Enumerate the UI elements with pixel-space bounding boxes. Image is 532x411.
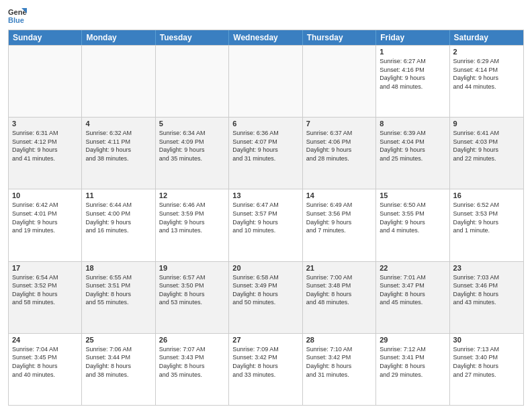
calendar-body: 1Sunrise: 6:27 AM Sunset: 4:16 PM Daylig… (9, 45, 523, 405)
calendar-header-cell: Monday (82, 30, 155, 45)
page: General Blue SundayMondayTuesdayWednesda… (0, 0, 532, 411)
calendar-header-cell: Thursday (303, 30, 376, 45)
day-number: 24 (12, 336, 78, 344)
day-info: Sunrise: 7:00 AM Sunset: 3:48 PM Dayligh… (306, 273, 372, 307)
calendar-cell: 6Sunrise: 6:36 AM Sunset: 4:07 PM Daylig… (229, 118, 302, 189)
day-number: 19 (159, 264, 225, 272)
day-info: Sunrise: 6:52 AM Sunset: 3:53 PM Dayligh… (453, 201, 520, 234)
day-number: 3 (12, 120, 78, 128)
calendar-cell: 30Sunrise: 7:13 AM Sunset: 3:40 PM Dayli… (450, 334, 523, 405)
day-info: Sunrise: 6:29 AM Sunset: 4:14 PM Dayligh… (453, 57, 520, 91)
calendar-cell: 20Sunrise: 6:58 AM Sunset: 3:49 PM Dayli… (229, 262, 302, 333)
calendar-cell: 28Sunrise: 7:10 AM Sunset: 3:42 PM Dayli… (303, 334, 376, 405)
day-info: Sunrise: 7:10 AM Sunset: 3:42 PM Dayligh… (306, 345, 372, 379)
calendar-cell (156, 46, 229, 117)
calendar-cell: 27Sunrise: 7:09 AM Sunset: 3:42 PM Dayli… (229, 334, 302, 405)
day-info: Sunrise: 6:57 AM Sunset: 3:50 PM Dayligh… (159, 273, 225, 307)
logo: General Blue (8, 7, 27, 26)
day-number: 1 (380, 48, 445, 56)
day-info: Sunrise: 6:34 AM Sunset: 4:09 PM Dayligh… (159, 129, 225, 163)
day-info: Sunrise: 7:13 AM Sunset: 3:40 PM Dayligh… (453, 345, 520, 379)
day-info: Sunrise: 6:55 AM Sunset: 3:51 PM Dayligh… (85, 273, 151, 307)
calendar-cell: 17Sunrise: 6:54 AM Sunset: 3:52 PM Dayli… (9, 262, 82, 333)
day-number: 6 (232, 120, 298, 128)
calendar-week: 1Sunrise: 6:27 AM Sunset: 4:16 PM Daylig… (9, 45, 523, 117)
day-number: 22 (380, 264, 445, 272)
day-number: 17 (12, 264, 78, 272)
calendar-cell: 13Sunrise: 6:47 AM Sunset: 3:57 PM Dayli… (229, 189, 302, 261)
day-info: Sunrise: 6:46 AM Sunset: 3:59 PM Dayligh… (159, 201, 225, 234)
day-number: 25 (85, 336, 151, 344)
day-number: 4 (85, 120, 151, 128)
calendar-cell: 23Sunrise: 7:03 AM Sunset: 3:46 PM Dayli… (450, 262, 523, 333)
day-number: 13 (232, 191, 298, 199)
calendar-week: 10Sunrise: 6:42 AM Sunset: 4:01 PM Dayli… (9, 189, 523, 261)
calendar-week: 3Sunrise: 6:31 AM Sunset: 4:12 PM Daylig… (9, 117, 523, 189)
day-number: 18 (85, 264, 151, 272)
day-number: 5 (159, 120, 225, 128)
day-number: 8 (380, 120, 445, 128)
calendar-cell: 16Sunrise: 6:52 AM Sunset: 3:53 PM Dayli… (450, 189, 523, 261)
day-info: Sunrise: 7:12 AM Sunset: 3:41 PM Dayligh… (380, 345, 445, 379)
day-number: 11 (85, 191, 151, 199)
day-info: Sunrise: 6:47 AM Sunset: 3:57 PM Dayligh… (232, 201, 298, 234)
day-number: 9 (453, 120, 520, 128)
calendar-cell: 9Sunrise: 6:41 AM Sunset: 4:03 PM Daylig… (450, 118, 523, 189)
logo-icon: General Blue (8, 7, 27, 26)
day-info: Sunrise: 7:09 AM Sunset: 3:42 PM Dayligh… (232, 345, 298, 379)
calendar-cell (82, 46, 155, 117)
day-number: 16 (453, 191, 520, 199)
day-number: 21 (306, 264, 372, 272)
calendar-cell: 4Sunrise: 6:32 AM Sunset: 4:11 PM Daylig… (82, 118, 155, 189)
day-info: Sunrise: 7:03 AM Sunset: 3:46 PM Dayligh… (453, 273, 520, 307)
calendar-cell: 7Sunrise: 6:37 AM Sunset: 4:06 PM Daylig… (303, 118, 376, 189)
day-info: Sunrise: 6:31 AM Sunset: 4:12 PM Dayligh… (12, 129, 78, 163)
calendar-cell: 1Sunrise: 6:27 AM Sunset: 4:16 PM Daylig… (376, 46, 449, 117)
day-info: Sunrise: 6:37 AM Sunset: 4:06 PM Dayligh… (306, 129, 372, 163)
day-number: 15 (380, 191, 445, 199)
calendar-cell (229, 46, 302, 117)
calendar-cell (9, 46, 82, 117)
day-info: Sunrise: 6:36 AM Sunset: 4:07 PM Dayligh… (232, 129, 298, 163)
day-info: Sunrise: 6:41 AM Sunset: 4:03 PM Dayligh… (453, 129, 520, 163)
calendar-cell: 21Sunrise: 7:00 AM Sunset: 3:48 PM Dayli… (303, 262, 376, 333)
calendar-header-row: SundayMondayTuesdayWednesdayThursdayFrid… (9, 30, 523, 45)
day-info: Sunrise: 7:04 AM Sunset: 3:45 PM Dayligh… (12, 345, 78, 379)
calendar-cell: 3Sunrise: 6:31 AM Sunset: 4:12 PM Daylig… (9, 118, 82, 189)
day-info: Sunrise: 7:06 AM Sunset: 3:44 PM Dayligh… (85, 345, 151, 379)
day-number: 27 (232, 336, 298, 344)
day-info: Sunrise: 6:44 AM Sunset: 4:00 PM Dayligh… (85, 201, 151, 234)
calendar-cell: 15Sunrise: 6:50 AM Sunset: 3:55 PM Dayli… (376, 189, 449, 261)
calendar-cell: 11Sunrise: 6:44 AM Sunset: 4:00 PM Dayli… (82, 189, 155, 261)
calendar-cell: 18Sunrise: 6:55 AM Sunset: 3:51 PM Dayli… (82, 262, 155, 333)
day-number: 14 (306, 191, 372, 199)
day-number: 23 (453, 264, 520, 272)
calendar-header-cell: Friday (376, 30, 449, 45)
day-info: Sunrise: 6:27 AM Sunset: 4:16 PM Dayligh… (380, 57, 445, 91)
calendar-header-cell: Tuesday (156, 30, 229, 45)
day-info: Sunrise: 6:32 AM Sunset: 4:11 PM Dayligh… (85, 129, 151, 163)
svg-text:Blue: Blue (8, 16, 24, 24)
calendar-header-cell: Sunday (9, 30, 82, 45)
calendar-cell: 2Sunrise: 6:29 AM Sunset: 4:14 PM Daylig… (450, 46, 523, 117)
day-number: 7 (306, 120, 372, 128)
calendar-cell: 12Sunrise: 6:46 AM Sunset: 3:59 PM Dayli… (156, 189, 229, 261)
day-number: 30 (453, 336, 520, 344)
calendar-cell: 22Sunrise: 7:01 AM Sunset: 3:47 PM Dayli… (376, 262, 449, 333)
day-info: Sunrise: 6:58 AM Sunset: 3:49 PM Dayligh… (232, 273, 298, 307)
day-number: 12 (159, 191, 225, 199)
calendar-cell: 24Sunrise: 7:04 AM Sunset: 3:45 PM Dayli… (9, 334, 82, 405)
calendar-cell: 26Sunrise: 7:07 AM Sunset: 3:43 PM Dayli… (156, 334, 229, 405)
day-number: 2 (453, 48, 520, 56)
calendar-cell: 5Sunrise: 6:34 AM Sunset: 4:09 PM Daylig… (156, 118, 229, 189)
calendar-header-cell: Saturday (450, 30, 523, 45)
calendar-cell (303, 46, 376, 117)
day-info: Sunrise: 6:39 AM Sunset: 4:04 PM Dayligh… (380, 129, 445, 163)
day-number: 26 (159, 336, 225, 344)
day-info: Sunrise: 6:54 AM Sunset: 3:52 PM Dayligh… (12, 273, 78, 307)
day-number: 10 (12, 191, 78, 199)
calendar-cell: 29Sunrise: 7:12 AM Sunset: 3:41 PM Dayli… (376, 334, 449, 405)
day-info: Sunrise: 6:42 AM Sunset: 4:01 PM Dayligh… (12, 201, 78, 234)
calendar-cell: 10Sunrise: 6:42 AM Sunset: 4:01 PM Dayli… (9, 189, 82, 261)
calendar-cell: 14Sunrise: 6:49 AM Sunset: 3:56 PM Dayli… (303, 189, 376, 261)
